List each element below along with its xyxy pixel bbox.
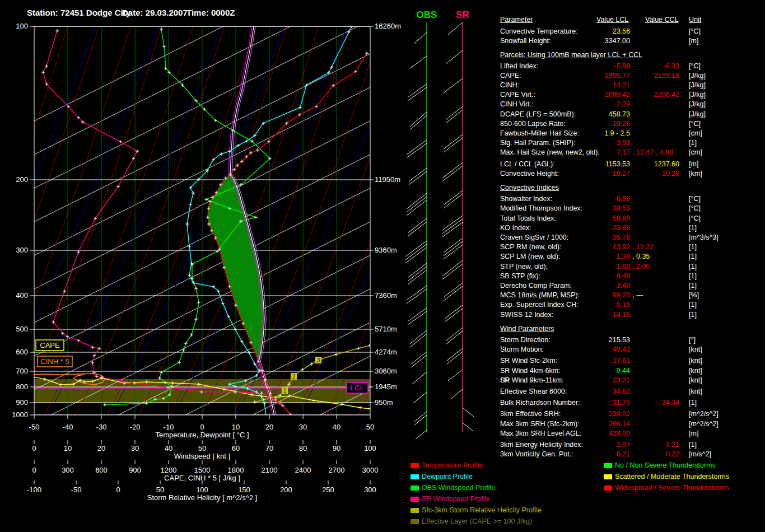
unit-label: [cm] <box>689 129 702 137</box>
windspeed-tick-label: 40 <box>165 444 172 452</box>
value-lcl: 2099.42 <box>568 91 630 99</box>
value-ccl: 34.34 <box>623 399 679 407</box>
sr-wind-barb <box>445 305 463 319</box>
value-pair-seg: , 12.22 <box>632 243 654 251</box>
param-label: KO Index: <box>500 224 531 232</box>
value-lcl: 238.02 <box>568 410 630 418</box>
unit-label: [°C] <box>689 204 701 212</box>
value-ccl: 3.21 <box>623 441 679 449</box>
obs-wind-barb <box>405 244 427 260</box>
obs-wind-barb <box>411 355 427 367</box>
legend-label: Widespread / Severe Thunderstorms <box>615 484 729 492</box>
legend-swatch <box>411 497 419 502</box>
obs-wind-barb <box>410 334 427 347</box>
pressure-label: 600 <box>16 348 28 356</box>
srh-tick-label: 300 <box>364 486 376 494</box>
value-lcl: 1.39 <box>568 253 630 260</box>
sr-column-label: SR <box>456 10 469 20</box>
value-lcl: 429.00 <box>568 430 630 437</box>
obs-wind-barb <box>408 311 427 325</box>
obs-wind-barb <box>408 267 427 281</box>
param-label: Fawbush-Miller Hail Size: <box>500 129 579 137</box>
table-row: CINH:14.21[J/kg] <box>500 81 765 91</box>
moist-adiabat-line <box>299 26 473 415</box>
dry-adiabat-line <box>264 26 413 415</box>
param-label: Storm Direction: <box>500 336 551 344</box>
table-row: Convective Temperature:23.56[°C] <box>500 27 765 37</box>
param-label: Snowfall Height: <box>500 37 551 45</box>
srh-tick-label: 150 <box>238 486 250 494</box>
value-lcl: 3347.00 <box>568 37 630 45</box>
value-lcl: -23.89 <box>568 224 630 232</box>
sr-wind-barb <box>447 352 463 364</box>
param-label: CAPE Virt.: <box>500 91 535 99</box>
sr-wind-barb <box>450 389 463 399</box>
value-lcl: 1.60 <box>568 263 630 270</box>
unit-label: [knt] <box>689 376 702 384</box>
table-row: Modified Thompson Index:38.53[°C] <box>500 204 765 214</box>
value-lcl: 266.14 <box>568 420 630 428</box>
table-row: Derecho Comp Param:3.49[1] <box>500 282 765 291</box>
obs-wind-barb <box>408 263 427 278</box>
sr-wind-barb <box>446 50 463 64</box>
unit-label: [J/kg] <box>689 72 706 80</box>
srh-tick-label: 50 <box>156 486 164 494</box>
height-label: 4274m <box>375 348 397 356</box>
value-lcl: 38.53 <box>568 204 630 212</box>
table-row: STP (new, old):1.60, 2.00[1] <box>500 263 765 272</box>
temperature-tick-label: -30 <box>96 423 107 431</box>
obs-wind-barb <box>410 56 427 68</box>
table-row: Convective Height:10.2710.26[km] <box>500 170 765 179</box>
sr-wind-barb <box>444 245 463 259</box>
obs-wind-barb <box>408 308 427 321</box>
pressure-label: 400 <box>16 291 28 300</box>
value-ccl: -6.33 <box>623 62 679 70</box>
pressure-label: 300 <box>16 246 28 254</box>
windspeed-tick-label: 60 <box>232 444 240 452</box>
srh-tick-label: 0 <box>116 486 120 494</box>
value-lcl: 23.56 <box>568 27 630 35</box>
obs-wind-barb <box>407 289 427 304</box>
unit-label: [m] <box>689 430 698 437</box>
cape-tick-label: 1200 <box>161 466 177 474</box>
value-lcl: 1.9 - 2.5 <box>568 129 630 137</box>
unit-label: [J/kg] <box>689 100 706 108</box>
isotherm-line <box>0 26 559 415</box>
obs-wind-barb <box>405 241 427 256</box>
table-row: SR Wind 9km-11km:23.21[knt] HP <box>500 376 765 386</box>
value-pair: , 12.22 <box>632 243 654 251</box>
param-label: DCAPE (LFS = 500mB): <box>500 110 576 118</box>
obs-wind-barb <box>408 270 427 284</box>
param-label: SWISS 12 Index: <box>500 311 553 319</box>
table-row: Bulk Richardson Number:31.7534.34[1] <box>500 399 765 408</box>
value-lcl: 27.61 <box>568 357 630 365</box>
table-section-row: Wind Parameters <box>500 325 765 334</box>
sr-wind-barb <box>442 222 463 237</box>
sr-wind-barb <box>446 110 463 123</box>
value-ccl: 2206.42 <box>623 91 679 99</box>
table-row: CAPE:1995.772159.18[J/kg] <box>500 72 765 81</box>
obs-wind-barb <box>408 84 427 97</box>
temperature-tick-label: 0 <box>200 423 204 431</box>
param-label: 3km Effective SRH: <box>500 410 561 418</box>
value-lcl: 3.93 <box>568 139 630 147</box>
moist-adiabat-line <box>0 26 34 415</box>
param-label: Craven SigSvr / 1000: <box>500 234 568 241</box>
table-row: Max. Hail Size (new, new2, old):7.17, 12… <box>500 148 765 158</box>
legend-swatch <box>604 486 612 491</box>
legend-label: No / Non Severe Thunderstorms <box>615 461 716 469</box>
temperature-tick-label: -40 <box>63 423 73 431</box>
table-header-row: ParameterValue LCLValue CCLUnit <box>500 16 765 25</box>
table-row: Exp. Supercell Index CH:5.15[1] <box>500 301 765 310</box>
value-lcl: -14.16 <box>568 311 630 319</box>
cape-tick-label: 600 <box>95 466 108 474</box>
windspeed-tick-label: 0 <box>32 444 36 452</box>
value-pair-seg: , --- <box>632 291 643 299</box>
km-marker-label: 2 <box>292 374 296 380</box>
unit-label: [cm] <box>689 148 702 156</box>
sr-wind-barb <box>463 408 474 417</box>
obs-wind-barb <box>410 112 427 127</box>
obs-wind-barb <box>407 200 427 216</box>
obs-wind-barb <box>409 168 427 181</box>
value-lcl: 19.26 <box>568 120 630 128</box>
